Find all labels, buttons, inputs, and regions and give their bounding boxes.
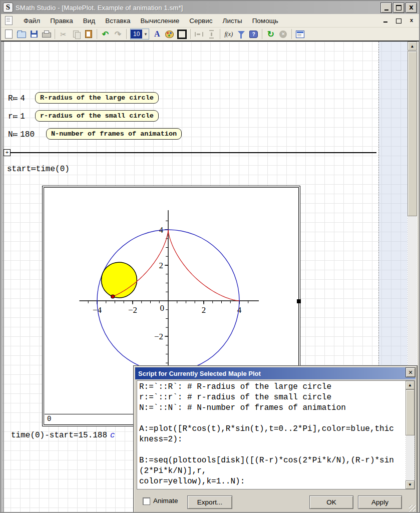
toolbar-separator (126, 29, 127, 39)
script-scroll-up-button[interactable]: ▲ (405, 381, 414, 389)
close-button[interactable]: X (405, 3, 417, 13)
scroll-up-button[interactable]: ▲ (407, 42, 417, 51)
var-name: N (8, 130, 13, 139)
menu-sheets[interactable]: Листы (218, 16, 247, 26)
timer-value: time(0)-start=15.188 (11, 431, 107, 440)
timer-expression[interactable]: time(0)-start=15.188c (11, 431, 115, 440)
script-scroll-down-button[interactable]: ▼ (405, 480, 414, 489)
script-editor[interactable]: R:=`::R`: # R-radius of the large circle… (137, 380, 415, 489)
menu-calculation[interactable]: Вычисление (135, 16, 184, 26)
border-button[interactable] (176, 29, 188, 40)
toolbar-separator (291, 29, 292, 39)
copy-icon (73, 31, 79, 38)
recalculate-button[interactable]: ↻ (265, 29, 276, 40)
apply-button[interactable]: Apply (358, 495, 402, 509)
animate-label: Animate (153, 497, 178, 504)
mdi-restore-button[interactable] (395, 17, 402, 24)
definition-R[interactable]: R≔4 (8, 94, 25, 104)
font-size-dropdown-icon[interactable]: ▼ (142, 29, 149, 39)
selection-handle[interactable] (297, 299, 301, 303)
options-button[interactable] (294, 29, 306, 40)
vertical-separator-button[interactable] (206, 29, 217, 40)
mdi-child-controls: x (382, 17, 415, 24)
assign-operator: ≔ (31, 165, 36, 174)
redo-button[interactable]: ↷ (112, 29, 124, 40)
print-button[interactable] (41, 29, 52, 40)
resize-grip[interactable] (409, 505, 415, 511)
script-scrollbar-thumb[interactable] (405, 389, 414, 435)
menu-insert[interactable]: Вставка (100, 16, 135, 26)
assign-operator: ≔ (13, 94, 18, 104)
paste-button[interactable] (83, 29, 94, 40)
comment-R[interactable]: R-radius of the large circle (35, 92, 159, 104)
options-icon (296, 31, 304, 38)
window-controls: X (380, 3, 417, 13)
var-name: R (8, 94, 13, 103)
scrollbar-thumb[interactable] (407, 51, 417, 216)
mdi-close-button[interactable]: x (408, 17, 415, 24)
svg-text:−2: −2 (128, 305, 137, 315)
comment-r[interactable]: r-radius of the small circle (35, 110, 159, 122)
reference-button[interactable]: ? (248, 29, 259, 40)
menu-service[interactable]: Сервис (184, 16, 217, 26)
insert-function-button[interactable]: f(x) (223, 29, 234, 40)
toolbar-separator (262, 29, 262, 39)
ok-button[interactable]: OK (309, 495, 353, 509)
minimize-icon (384, 10, 388, 11)
separator-horizontal-icon (195, 32, 203, 37)
cut-button[interactable]: ✂ (58, 29, 69, 40)
save-button[interactable] (28, 29, 40, 40)
filter-button[interactable] (235, 29, 247, 40)
filter-icon (238, 31, 245, 35)
font-color-button[interactable]: A (151, 29, 163, 40)
function-icon: f(x) (225, 31, 233, 38)
menu-view[interactable]: Вид (78, 16, 100, 26)
dialog-title-bar[interactable]: Script for Currently Selected Maple Plot (135, 367, 415, 379)
definition-N[interactable]: N≔180 (8, 130, 35, 140)
arrow-up-icon: ▲ (410, 44, 414, 49)
new-page-icon (5, 30, 13, 39)
stop-button[interactable]: ✕ (277, 29, 289, 40)
toolbar-separator (97, 29, 97, 39)
title-bar: S SMath Studio - [MaplePlot. Example of … (1, 1, 419, 14)
dialog-close-button[interactable]: ✕ (405, 367, 415, 377)
open-button[interactable] (16, 29, 27, 40)
menu-file[interactable]: Файл (19, 16, 45, 26)
toolbar-separator (190, 29, 191, 39)
comment-N[interactable]: N-number of frames of animation (46, 128, 182, 140)
font-size-value: 10 (131, 30, 142, 39)
svg-text:−2: −2 (154, 332, 163, 341)
copy-button[interactable] (70, 29, 82, 40)
dialog-title: Script for Currently Selected Maple Plot (135, 370, 261, 377)
minimize-button[interactable] (380, 3, 392, 13)
script-text[interactable]: R:=`::R`: # R-radius of the large circle… (139, 382, 404, 488)
palette-button[interactable] (164, 29, 175, 40)
palette-icon (165, 31, 174, 38)
separator-vertical-icon (209, 30, 214, 39)
mdi-minimize-icon (383, 22, 387, 23)
var-name: r (8, 112, 13, 121)
var-value: 1 (20, 112, 25, 121)
new-button[interactable] (3, 29, 15, 40)
undo-button[interactable]: ↶ (100, 29, 111, 40)
mdi-minimize-button[interactable] (382, 17, 389, 24)
menu-help[interactable]: Помощь (247, 16, 283, 26)
start-expression[interactable]: start≔time(0) (7, 164, 70, 174)
maximize-icon (396, 5, 401, 11)
reference-book-icon: ? (249, 31, 258, 38)
print-icon (42, 33, 51, 38)
expand-area-button[interactable]: + (4, 149, 11, 156)
export-button[interactable]: Export... (187, 495, 232, 509)
horizontal-separator-button[interactable] (193, 29, 205, 40)
animate-checkbox[interactable] (143, 497, 150, 505)
document-icon[interactable] (5, 16, 13, 25)
mdi-restore-icon (396, 19, 401, 24)
font-size-combobox[interactable]: 10 ▼ (130, 29, 149, 40)
redo-icon: ↷ (115, 30, 121, 39)
maximize-button[interactable] (393, 3, 404, 13)
definition-r[interactable]: r≔1 (8, 112, 25, 122)
menu-edit[interactable]: Правка (45, 16, 78, 26)
mdi-close-icon: x (410, 17, 413, 23)
script-scrollbar[interactable]: ▲ ▼ (405, 381, 414, 489)
var-value: 4 (20, 94, 25, 103)
